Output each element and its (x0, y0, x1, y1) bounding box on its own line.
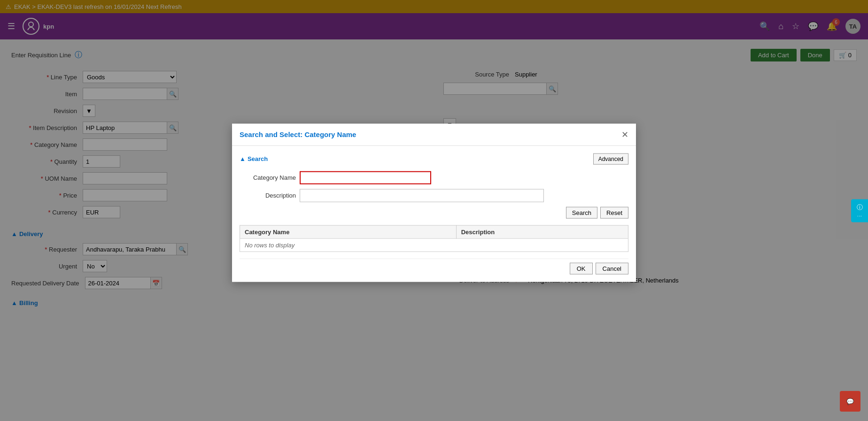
modal-cancel-button[interactable]: Cancel (596, 262, 628, 274)
modal-search-header: ▲ Search Advanced (240, 153, 628, 164)
modal-search-actions: Search Reset (240, 207, 628, 218)
modal-close-button[interactable]: ✕ (621, 129, 628, 139)
modal-title: Search and Select: Category Name (240, 130, 356, 138)
table-body: No rows to display (240, 238, 628, 252)
category-name-form-row: Category Name (240, 171, 628, 184)
col-category-name: Category Name (240, 225, 457, 238)
table-header: Category Name Description (240, 225, 628, 238)
modal-search-toggle[interactable]: ▲ Search (240, 155, 268, 162)
modal-ok-button[interactable]: OK (570, 262, 593, 274)
side-help-dots: ⋮ (857, 213, 863, 218)
description-modal-input[interactable] (300, 189, 544, 202)
info-icon: ⓘ (857, 203, 863, 211)
side-help-button[interactable]: ⓘ ⋮ (851, 199, 868, 222)
search-toggle-triangle: ▲ (240, 155, 246, 162)
modal-category-label: Category Name (240, 174, 296, 181)
side-help[interactable]: ⓘ ⋮ (851, 199, 868, 222)
modal-results-table: Category Name Description No rows to dis… (240, 225, 628, 252)
category-name-modal-input[interactable] (300, 171, 431, 184)
chat-button[interactable]: 💬 (840, 391, 860, 412)
chat-bubble-icon: 💬 (846, 398, 854, 405)
no-rows-message: No rows to display (240, 238, 628, 252)
modal-description-label: Description (240, 192, 296, 199)
modal-header: Search and Select: Category Name ✕ (232, 123, 636, 145)
modal-body: ▲ Search Advanced Category Name Descript… (232, 145, 636, 282)
col-description: Description (456, 225, 628, 238)
advanced-button[interactable]: Advanced (593, 153, 628, 164)
description-form-row: Description (240, 189, 628, 202)
search-toggle-label: Search (248, 155, 268, 162)
modal-search-select: Search and Select: Category Name ✕ ▲ Sea… (232, 123, 636, 282)
modal-search-button[interactable]: Search (566, 207, 597, 218)
modal-footer: OK Cancel (240, 258, 628, 274)
no-rows-row: No rows to display (240, 238, 628, 252)
modal-reset-button[interactable]: Reset (600, 207, 628, 218)
